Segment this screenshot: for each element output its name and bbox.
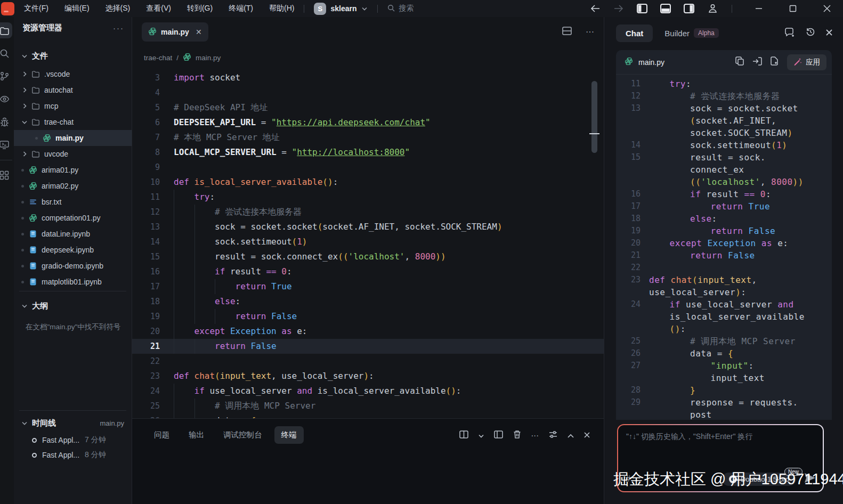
code-line[interactable]: 14sock.settimeout(1) — [631, 139, 826, 151]
tree-item-arima01.py[interactable]: arima01.py — [14, 162, 132, 178]
code-line[interactable]: 8LOCAL_MCP_SERVER_URL = "http://localhos… — [132, 145, 604, 160]
add-context-button[interactable]: # — [626, 474, 630, 484]
apply-button[interactable]: 应用 — [787, 54, 826, 70]
tree-item-.vscode[interactable]: .vscode — [14, 66, 132, 82]
editor-tab-main-py[interactable]: main.py ✕ — [142, 22, 208, 42]
timeline-item[interactable]: Fast Appl...7 分钟 — [14, 433, 132, 448]
tab-chat[interactable]: Chat — [616, 25, 653, 42]
code-line[interactable]: (('localhost', 8000)) — [631, 176, 826, 188]
trash-icon[interactable] — [513, 430, 521, 440]
code-line[interactable]: (): — [631, 323, 826, 335]
toggle-right-sidebar-icon[interactable] — [684, 3, 694, 14]
code-line[interactable]: 6DEEPSEEK_API_URL = "https://api.deepsee… — [132, 115, 604, 130]
activity-run-view-icon[interactable] — [0, 91, 12, 107]
code-line[interactable]: 11try: — [132, 190, 604, 205]
editor-scrollbar[interactable] — [591, 81, 597, 153]
close-button[interactable] — [822, 3, 832, 14]
code-line[interactable]: 17return True — [132, 279, 604, 294]
activity-debug-icon[interactable] — [0, 114, 12, 130]
tree-item-competation01.py[interactable]: competation01.py — [14, 210, 132, 226]
tree-item-gradio-demo.ipynb[interactable]: gradio-demo.ipynb — [14, 258, 132, 274]
breadcrumb[interactable]: trae-chat / main.py — [132, 49, 604, 66]
breadcrumb-file[interactable]: main.py — [196, 54, 221, 62]
code-line[interactable]: 18else: — [631, 213, 826, 225]
timeline-header[interactable]: 时间线 main.py — [14, 411, 132, 433]
send-button[interactable] — [804, 472, 816, 486]
copy-icon[interactable] — [735, 56, 744, 68]
code-line[interactable]: is_local_server_available — [631, 311, 826, 323]
code-line[interactable]: 19return False — [631, 225, 826, 237]
toggle-left-sidebar-icon[interactable] — [637, 3, 647, 14]
more-actions-icon[interactable]: ··· — [586, 27, 594, 37]
code-line[interactable]: 22 — [631, 262, 826, 274]
code-line[interactable]: 28} — [631, 384, 826, 396]
menu-selection[interactable]: 选择(S) — [106, 4, 131, 13]
code-line[interactable]: 24if use_local_server and — [631, 298, 826, 311]
code-line[interactable]: input_text — [631, 372, 826, 384]
project-selector[interactable]: S sklearn — [314, 3, 367, 15]
panel-tab-输出[interactable]: 输出 — [182, 426, 211, 444]
code-line[interactable]: 20except Exception as e: — [132, 324, 604, 339]
insert-to-editor-icon[interactable] — [752, 57, 762, 68]
tree-item-matplotlib01.ipynb[interactable]: matplotlib01.ipynb — [14, 274, 132, 288]
chevron-down-icon[interactable] — [479, 431, 484, 440]
code-line[interactable]: 14sock.settimeout(1) — [132, 234, 604, 249]
code-line[interactable]: 3import socket — [132, 70, 604, 85]
code-line[interactable]: 26data = { — [631, 347, 826, 360]
tree-item-trae-chat[interactable]: trae-chat — [14, 114, 132, 130]
code-line[interactable]: 29response = requests. — [631, 396, 826, 409]
tree-item-dataLine.ipynb[interactable]: dataLine.ipynb — [14, 226, 132, 242]
code-line[interactable]: 27"input": — [631, 360, 826, 372]
more-actions-icon[interactable]: ··· — [113, 23, 124, 32]
menu-terminal[interactable]: 终端(T) — [229, 4, 253, 13]
code-line[interactable]: 15result = sock. — [631, 151, 826, 164]
code-line[interactable]: 17return True — [631, 200, 826, 213]
code-line[interactable]: 10def is_local_server_available(): — [132, 175, 604, 190]
code-line[interactable]: 20except Exception as e: — [631, 237, 826, 249]
menu-edit[interactable]: 编辑(E) — [64, 4, 90, 13]
code-line[interactable]: 19return False — [132, 309, 604, 324]
close-panel-icon[interactable] — [826, 28, 832, 38]
code-line[interactable]: socket.SOCK_STREAM) — [631, 127, 826, 139]
code-line[interactable]: 4 — [132, 85, 604, 100]
model-selector[interactable]: Doubao-1.5-pro New — [722, 473, 796, 486]
activity-extensions-icon[interactable] — [0, 167, 12, 183]
code-line[interactable]: 21return False — [631, 249, 826, 262]
close-panel-icon[interactable] — [584, 431, 590, 440]
nav-back-icon[interactable] — [590, 3, 601, 14]
split-editor-icon[interactable] — [562, 27, 572, 37]
code-line[interactable]: 5# DeepSeek API 地址 — [132, 100, 604, 115]
code-line[interactable]: 21return False — [132, 339, 604, 354]
new-panel-icon[interactable] — [494, 430, 503, 440]
activity-source-control-icon[interactable] — [0, 68, 12, 84]
menu-goto[interactable]: 转到(G) — [187, 4, 213, 13]
code-line[interactable]: 22 — [132, 354, 604, 369]
tree-item-uvcode[interactable]: uvcode — [14, 146, 132, 162]
new-file-icon[interactable] — [771, 56, 779, 68]
filter-settings-icon[interactable] — [549, 430, 557, 440]
code-line[interactable]: 25# 调用本地 MCP Server — [132, 399, 604, 413]
timeline-item[interactable]: Fast Appl...8 分钟 — [14, 448, 132, 462]
breadcrumb-folder[interactable]: trae-chat — [144, 54, 172, 62]
tree-item-arima02.py[interactable]: arima02.py — [14, 178, 132, 194]
maximize-panel-icon[interactable] — [568, 431, 574, 440]
panel-tab-调试控制台[interactable]: 调试控制台 — [216, 426, 269, 444]
code-line[interactable]: 12# 尝试连接本地服务器 — [132, 205, 604, 220]
maximize-button[interactable] — [788, 3, 798, 14]
code-line[interactable]: 13sock = socket.socket(socket.AF_INET, s… — [132, 220, 604, 234]
files-section-header[interactable]: 文件 — [14, 38, 132, 66]
panel-tab-终端[interactable]: 终端 — [274, 426, 304, 444]
code-line[interactable]: 26data = { — [132, 413, 604, 418]
toggle-bottom-panel-icon[interactable] — [660, 3, 671, 14]
code-line[interactable]: (socket.AF_INET, — [631, 115, 826, 127]
outline-header[interactable]: 大纲 — [14, 291, 132, 315]
tab-builder[interactable]: Builder Alpha — [664, 28, 718, 38]
activity-search-icon[interactable] — [0, 45, 12, 61]
menu-help[interactable]: 帮助(H) — [269, 4, 294, 13]
code-line[interactable]: 12# 尝试连接本地服务器 — [631, 90, 826, 102]
code-line[interactable]: 24if use_local_server and is_local_serve… — [132, 384, 604, 399]
more-actions-icon[interactable]: ··· — [531, 431, 539, 440]
history-icon[interactable] — [806, 27, 815, 39]
code-line[interactable]: 9 — [132, 160, 604, 175]
global-search[interactable]: 搜索 — [387, 4, 414, 13]
